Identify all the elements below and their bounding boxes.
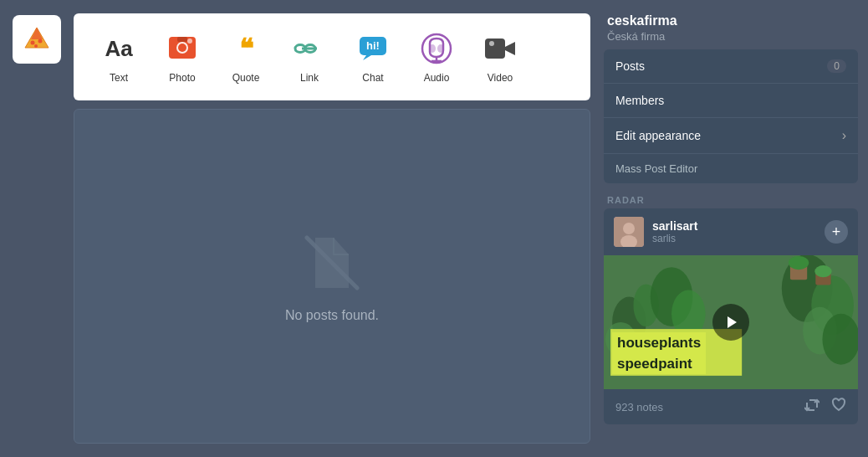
radar-user-row: sarlisart sarlis +: [604, 208, 858, 255]
radar-user-info: sarlisart sarlis: [652, 219, 816, 244]
sidebar-item-posts[interactable]: Posts 0: [604, 49, 858, 84]
svg-point-18: [437, 44, 444, 53]
svg-point-21: [489, 41, 494, 46]
photo-post-icon: [164, 30, 201, 67]
quote-post-label: Quote: [232, 72, 260, 84]
post-type-audio[interactable]: Audio: [408, 27, 465, 87]
video-post-icon: [482, 30, 518, 67]
sidebar-item-mass-post-editor[interactable]: Mass Post Editor: [604, 154, 858, 183]
blog-subtitle: Česká firma: [604, 30, 858, 43]
svg-rect-8: [177, 37, 187, 42]
mass-post-editor-label: Mass Post Editor: [615, 162, 697, 175]
post-type-quote[interactable]: ❝ Quote: [217, 27, 274, 87]
text-post-label: Text: [110, 72, 128, 84]
post-type-link[interactable]: Link: [281, 27, 338, 87]
svg-point-40: [814, 265, 831, 277]
radar-footer-actions: [804, 398, 846, 416]
sidebar-item-edit-appearance[interactable]: Edit appearance ›: [604, 118, 858, 154]
blog-name: ceskafirma: [604, 13, 858, 28]
logo-sidebar: [0, 0, 74, 457]
svg-marker-42: [728, 316, 737, 328]
svg-point-7: [178, 44, 186, 52]
chat-post-label: Chat: [362, 72, 383, 84]
logo-box[interactable]: [13, 15, 61, 64]
svg-point-17: [429, 44, 436, 53]
edit-appearance-label: Edit appearance: [615, 129, 701, 142]
link-post-icon: [291, 30, 328, 67]
like-button[interactable]: [831, 398, 846, 416]
sidebar-nav-panel: Posts 0 Members Edit appearance › Mass P…: [604, 49, 858, 183]
members-label: Members: [615, 94, 664, 107]
radar-post-footer: 923 notes: [604, 389, 858, 424]
svg-marker-20: [505, 42, 515, 55]
notes-count: 923 notes: [615, 401, 663, 413]
no-posts-icon: [299, 229, 365, 296]
right-sidebar: ceskafirma Česká firma Posts 0 Members E…: [600, 0, 868, 457]
svg-point-2: [31, 41, 35, 45]
svg-marker-13: [363, 55, 371, 60]
svg-point-36: [822, 314, 858, 365]
svg-marker-1: [31, 28, 43, 39]
svg-point-9: [187, 39, 192, 44]
reblog-button[interactable]: [804, 398, 819, 416]
radar-post-text-line1: houseplants: [612, 332, 706, 353]
post-type-video[interactable]: Video: [472, 27, 528, 87]
text-post-icon: Aa: [100, 30, 137, 67]
photo-post-label: Photo: [169, 72, 195, 84]
post-type-toolbar: Aa Text Photo ❝ Quote: [74, 13, 590, 100]
link-post-label: Link: [300, 72, 319, 84]
post-type-chat[interactable]: hi! Chat: [345, 27, 401, 87]
video-post-label: Video: [488, 72, 513, 84]
radar-follow-button[interactable]: +: [825, 220, 848, 244]
play-button[interactable]: [712, 304, 749, 341]
quote-post-icon: ❝: [227, 30, 264, 67]
radar-avatar: [614, 217, 644, 247]
radar-post-image[interactable]: houseplants speedpaint: [604, 255, 858, 389]
radar-card: sarlisart sarlis +: [604, 208, 858, 424]
site-logo-icon: [22, 24, 52, 54]
audio-post-icon: [418, 30, 455, 67]
svg-point-38: [789, 256, 809, 270]
posts-count: 0: [827, 59, 846, 73]
no-posts-message: No posts found.: [285, 308, 379, 323]
main-content-area: Aa Text Photo ❝ Quote: [74, 0, 600, 457]
svg-point-3: [38, 39, 43, 44]
post-type-photo[interactable]: Photo: [154, 27, 211, 87]
radar-username: sarlisart: [652, 219, 816, 233]
chevron-right-icon: ›: [842, 128, 846, 143]
post-type-text[interactable]: Aa Text: [90, 27, 147, 87]
svg-text:hi!: hi!: [366, 39, 380, 52]
posts-label: Posts: [615, 59, 645, 73]
audio-post-label: Audio: [424, 72, 450, 84]
sidebar-item-members[interactable]: Members: [604, 84, 858, 118]
svg-rect-19: [485, 39, 505, 59]
chat-post-icon: hi!: [355, 30, 391, 67]
svg-point-24: [623, 223, 635, 234]
no-posts-area: No posts found.: [74, 109, 590, 444]
radar-section-label: RADAR: [604, 188, 858, 208]
radar-handle: sarlis: [652, 233, 816, 244]
radar-post-text-line2: speedpaint: [612, 353, 706, 374]
svg-point-4: [34, 44, 38, 48]
